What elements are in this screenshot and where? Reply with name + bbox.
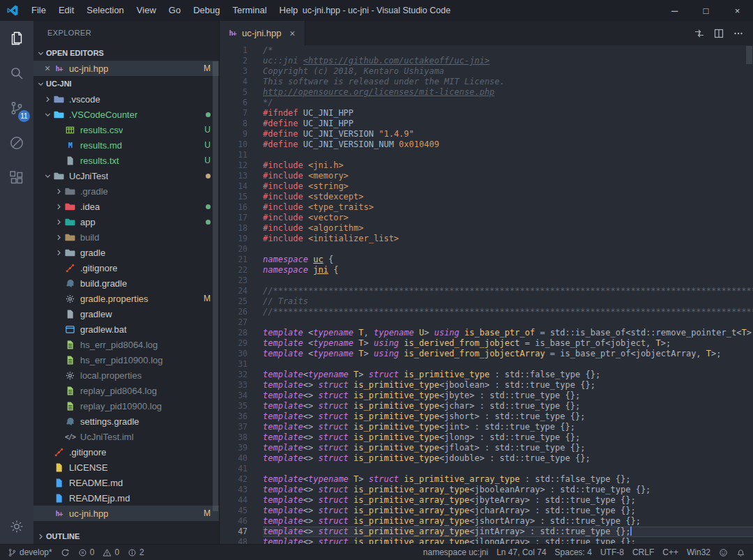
code-line-7[interactable]: 7#ifndef UC_JNI_HPP [220, 108, 753, 119]
status-errors[interactable]: 0 [74, 545, 99, 560]
code-line-41[interactable]: 41 [220, 464, 753, 474]
code-line-31[interactable]: 31 [220, 359, 753, 370]
code-line-15[interactable]: 15#include <stdexcept> [220, 192, 753, 202]
menu-debug[interactable]: Debug [187, 0, 226, 21]
section-open-editors[interactable]: OPEN EDITORS [33, 45, 219, 61]
status-symbol-context[interactable]: namespace uc:jni [419, 545, 492, 560]
tree-item-uc-jni-hpp[interactable]: h+uc-jni.hppM [33, 506, 219, 521]
code-line-38[interactable]: 38template<> struct is_primitive_type<jl… [220, 432, 753, 443]
code-line-29[interactable]: 29template <typename T> using is_derived… [220, 338, 753, 349]
tree-item-results-md[interactable]: Mresults.mdU [33, 137, 219, 153]
tree-item-build-gradle[interactable]: build.gradle [33, 275, 219, 291]
tree-item-results-txt[interactable]: results.txtU [33, 153, 219, 168]
maximize-button[interactable]: □ [690, 0, 722, 21]
code-line-47[interactable]: 47template<> struct is_primitive_array_t… [220, 527, 753, 537]
tree-item-settings-gradle[interactable]: settings.gradle [33, 414, 219, 429]
tree-item-readme-md[interactable]: README.md [33, 475, 219, 490]
code-line-22[interactable]: 22namespace jni { [220, 265, 753, 275]
section-folder-root[interactable]: UC-JNI [33, 76, 219, 91]
sidebar-scrollbar[interactable] [213, 61, 218, 511]
tree-item-build[interactable]: build [33, 229, 219, 245]
code-line-23[interactable]: 23 [220, 275, 753, 286]
tree-item-vscodecounter[interactable]: .VSCodeCounter [33, 107, 219, 122]
code-line-30[interactable]: 30template <typename T> using is_derived… [220, 349, 753, 359]
code-line-8[interactable]: 8#define UC_JNI_HPP [220, 119, 753, 129]
code-line-11[interactable]: 11 [220, 150, 753, 160]
code-line-21[interactable]: 21namespace uc { [220, 255, 753, 265]
tree-item-gitignore[interactable]: .gitignore [33, 260, 219, 275]
activity-explorer-icon[interactable] [0, 21, 33, 56]
chevron-right-icon[interactable] [53, 247, 64, 258]
code-line-2[interactable]: 2uc::jni <https://github.com/uctakeoff/u… [220, 56, 753, 66]
tree-item-gradlew[interactable]: gradlew [33, 306, 219, 321]
tab-uc-jni-hpp[interactable]: h+uc-jni.hpp× [220, 21, 305, 45]
code-line-17[interactable]: 17#include <vector> [220, 213, 753, 223]
status-encoding[interactable]: UTF-8 [596, 545, 628, 560]
code-line-28[interactable]: 28template <typename T, typename U> usin… [220, 328, 753, 338]
code-line-9[interactable]: 9#define UC_JNI_VERSION "1.4.9" [220, 129, 753, 139]
chevron-right-icon[interactable] [53, 186, 64, 197]
tree-item-local-properties[interactable]: local.properties [33, 368, 219, 383]
status-language-mode[interactable]: C++ [658, 545, 683, 560]
status-infos[interactable]: 2 [123, 545, 149, 560]
close-icon[interactable]: × [287, 28, 298, 39]
tree-item-hs-err-pid10900-log[interactable]: hs_err_pid10900.log [33, 352, 219, 368]
code-line-45[interactable]: 45template<> struct is_primitive_array_t… [220, 506, 753, 516]
activity-search-icon[interactable] [0, 56, 33, 91]
menu-terminal[interactable]: Terminal [226, 0, 273, 21]
activity-debug-icon[interactable] [0, 126, 33, 160]
code-line-27[interactable]: 27 [220, 317, 753, 328]
tree-item-idea[interactable]: .idea [33, 199, 219, 214]
minimize-button[interactable]: ─ [659, 0, 690, 21]
code-line-43[interactable]: 43template<> struct is_primitive_array_t… [220, 485, 753, 495]
section-outline[interactable]: OUTLINE [33, 529, 219, 544]
code-line-46[interactable]: 46template<> struct is_primitive_array_t… [220, 516, 753, 527]
chevron-right-icon[interactable] [42, 93, 53, 105]
code-line-1[interactable]: 1/* [220, 45, 753, 56]
code-line-35[interactable]: 35template<> struct is_primitive_type<jc… [220, 401, 753, 411]
menu-view[interactable]: View [130, 0, 162, 21]
chevron-right-icon[interactable] [53, 201, 64, 212]
status-cursor-position[interactable]: Ln 47, Col 74 [492, 545, 550, 560]
code-editor[interactable]: 1/*2uc::jni <https://github.com/uctakeof… [220, 45, 753, 544]
activity-extensions-icon[interactable] [0, 160, 33, 195]
status-sync[interactable] [56, 545, 74, 560]
code-line-10[interactable]: 10#define UC_JNI_VERSION_NUM 0x010409 [220, 139, 753, 150]
code-line-34[interactable]: 34template<> struct is_primitive_type<jb… [220, 391, 753, 401]
open-editor-uc-jni-hpp[interactable]: ×h+uc-jni.hppM [33, 61, 219, 76]
chevron-down-icon[interactable] [42, 170, 53, 181]
status-git-branch[interactable]: develop* [3, 545, 56, 560]
tree-item-gradle-properties[interactable]: gradle.propertiesM [33, 291, 219, 306]
code-line-36[interactable]: 36template<> struct is_primitive_type<js… [220, 411, 753, 422]
tree-item-results-csv[interactable]: results.csvU [33, 122, 219, 137]
code-line-40[interactable]: 40template<> struct is_primitive_type<jd… [220, 453, 753, 464]
code-line-6[interactable]: 6*/ [220, 98, 753, 108]
code-line-39[interactable]: 39template<> struct is_primitive_type<jf… [220, 443, 753, 453]
tree-item-license[interactable]: LICENSE [33, 460, 219, 475]
tree-item-app[interactable]: app [33, 214, 219, 229]
close-icon[interactable]: × [42, 63, 53, 74]
code-line-20[interactable]: 20 [220, 244, 753, 255]
editor-scrollbar[interactable] [746, 46, 752, 64]
tree-item-readmejp-md[interactable]: READMEjp.md [33, 490, 219, 506]
code-line-33[interactable]: 33template<> struct is_primitive_type<jb… [220, 380, 753, 391]
code-line-44[interactable]: 44template<> struct is_primitive_array_t… [220, 495, 753, 506]
close-button[interactable]: × [722, 0, 753, 21]
status-indentation[interactable]: Spaces: 4 [551, 545, 596, 560]
chevron-down-icon[interactable] [42, 109, 53, 120]
code-line-16[interactable]: 16#include <type_traits> [220, 202, 753, 213]
menu-go[interactable]: Go [162, 0, 187, 21]
chevron-right-icon[interactable] [53, 216, 64, 227]
tree-item-gradlew-bat[interactable]: gradlew.bat [33, 321, 219, 337]
activity-settings-icon[interactable] [0, 509, 33, 544]
code-line-24[interactable]: 24//************************************… [220, 286, 753, 296]
chevron-right-icon[interactable] [53, 232, 64, 243]
status-warnings[interactable]: 0 [98, 545, 123, 560]
tree-item-vscode[interactable]: .vscode [33, 91, 219, 107]
open-changes-icon[interactable] [692, 26, 707, 41]
activity-source-control-icon[interactable]: 11 [0, 91, 33, 126]
tree-item-gradle[interactable]: .gradle [33, 183, 219, 199]
code-line-32[interactable]: 32template<typename T> struct is_primiti… [220, 370, 753, 380]
menu-edit[interactable]: Edit [52, 0, 80, 21]
more-actions-icon[interactable] [731, 26, 746, 41]
